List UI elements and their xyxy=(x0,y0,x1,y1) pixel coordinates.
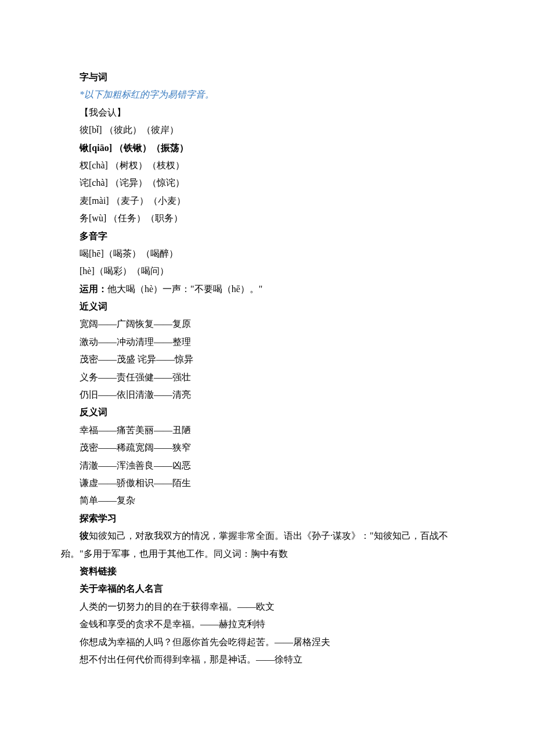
antonym-line: 幸福——痛苦美丽——丑陋 xyxy=(61,422,473,439)
explore-body: 彼知彼知己，对敌我双方的情况，掌握非常全面。语出《孙子·谋攻》："知彼知己，百战… xyxy=(61,527,473,563)
heading-quotes: 关于幸福的名人名言 xyxy=(61,580,473,597)
quote-line: 金钱和享受的贪求不是幸福。——赫拉克利特 xyxy=(61,615,473,633)
usage-text: 他大喝（hè）一声："不要喝（hē）。" xyxy=(107,284,262,294)
explore-lead-char: 彼 xyxy=(80,531,89,541)
explore-text: 知彼知己，对敌我双方的情况，掌握非常全面。语出《孙子·谋攻》："知彼知己，百战不… xyxy=(61,531,448,558)
polyphonic-line: [hè]（喝彩）（喝问） xyxy=(61,262,473,280)
document-page: 字与词 *以下加粗标红的字为易错字音。 【我会认】 彼[bǐ] （彼此）（彼岸）… xyxy=(0,0,534,756)
polyphonic-line: 喝[hē]（喝茶）（喝醉） xyxy=(61,245,473,262)
antonym-line: 简单——复杂 xyxy=(61,492,473,509)
heading-polyphonic: 多音字 xyxy=(61,228,473,245)
synonym-line: 义务——责任强健——强壮 xyxy=(61,369,473,386)
heading-explore: 探索学习 xyxy=(61,510,473,527)
synonym-line: 茂密——茂盛 诧异——惊异 xyxy=(61,351,473,368)
char-line: 杈[chà] （树杈）（枝杈） xyxy=(61,157,473,174)
heading-resource: 资料链接 xyxy=(61,563,473,580)
char-line: 锹[qiāo] （铁锹）（振荡） xyxy=(61,139,473,157)
synonym-line: 仍旧——依旧清澈——清亮 xyxy=(61,386,473,404)
usage-label: 运用： xyxy=(80,284,107,294)
usage-line: 运用：他大喝（hè）一声："不要喝（hē）。" xyxy=(61,280,473,298)
antonym-line: 茂密——稀疏宽阔——狭窄 xyxy=(61,439,473,456)
synonym-line: 宽阔——广阔恢复——复原 xyxy=(61,315,473,333)
quote-line: 想不付出任何代价而得到幸福，那是神话。——徐特立 xyxy=(61,651,473,668)
heading-antonym: 反义词 xyxy=(61,404,473,421)
synonym-line: 激动——冲动清理——整理 xyxy=(61,333,473,351)
antonym-line: 清澈——浑浊善良——凶恶 xyxy=(61,457,473,474)
quote-line: 人类的一切努力的目的在于获得幸福。——欧文 xyxy=(61,598,473,615)
antonym-line: 谦虚——骄傲相识——陌生 xyxy=(61,474,473,492)
char-line: 麦[mài] （麦子）（小麦） xyxy=(61,192,473,210)
char-line: 务[wù] （任务）（职务） xyxy=(61,210,473,227)
heading-synonym: 近义词 xyxy=(61,298,473,315)
section-heading-chars: 字与词 xyxy=(61,69,473,86)
heading-recognize: 【我会认】 xyxy=(61,104,473,121)
char-line: 彼[bǐ] （彼此）（彼岸） xyxy=(61,121,473,139)
char-line: 诧[chà] （诧异）（惊诧） xyxy=(61,174,473,192)
quote-line: 你想成为幸福的人吗？但愿你首先会吃得起苦。——屠格涅夫 xyxy=(61,633,473,651)
note-text: *以下加粗标红的字为易错字音。 xyxy=(61,86,473,103)
